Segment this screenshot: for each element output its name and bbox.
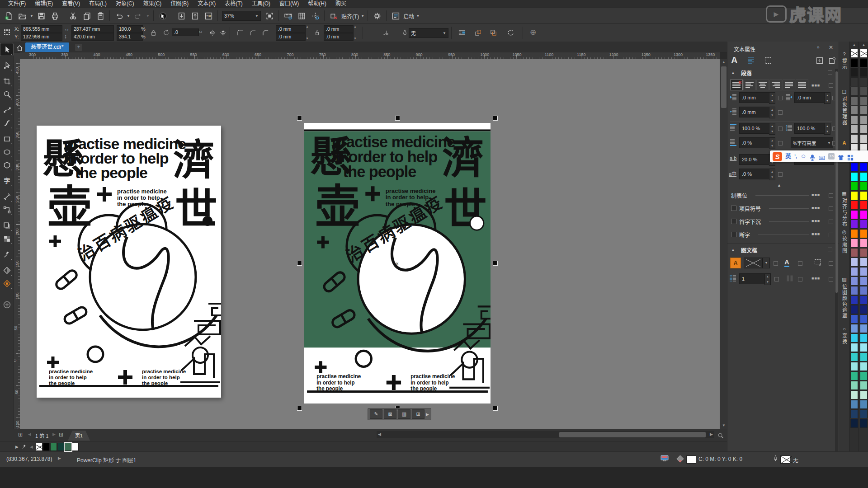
pan-zoom-button[interactable] <box>714 429 727 442</box>
connector-tool[interactable] <box>0 204 13 216</box>
document-tab[interactable]: 悬壶济世.cdr* <box>25 42 69 52</box>
docker-tab-5[interactable]: ▨位图颜色遮罩 <box>839 277 849 319</box>
frame-section-icon[interactable] <box>764 57 772 64</box>
options-gear-icon[interactable] <box>370 10 384 22</box>
extract-contents-button[interactable]: ▥ <box>398 409 410 419</box>
corner-radius-tr-field[interactable]: .0 mm <box>324 25 354 33</box>
spinner[interactable]: ▲▼ <box>769 169 775 180</box>
lock-ratio-button[interactable] <box>148 28 158 38</box>
spinner[interactable]: ▲▼ <box>824 92 830 104</box>
fit-page-icon[interactable] <box>263 10 276 22</box>
undo-icon[interactable] <box>112 10 126 22</box>
color-swatch[interactable] <box>860 362 868 371</box>
color-swatch[interactable] <box>860 182 868 191</box>
horizontal-ruler[interactable]: 3003504004505005506006507007508008509009… <box>20 52 720 60</box>
color-swatch[interactable] <box>850 77 858 86</box>
color-swatch[interactable] <box>860 163 868 172</box>
palette-expand-arrow[interactable]: ▶ <box>15 445 19 449</box>
section-collapse-arrow[interactable]: ▲ <box>777 183 781 188</box>
frame-fill-none-select[interactable] <box>744 258 763 268</box>
welcome-home-icon[interactable] <box>14 43 24 53</box>
option-box[interactable] <box>829 261 833 266</box>
color-eyedropper-tool[interactable] <box>0 249 13 261</box>
dropcap-checkbox[interactable] <box>731 219 736 224</box>
to-front-button[interactable] <box>473 28 483 38</box>
spacing-unit-select[interactable]: %字符高度▼ <box>791 137 833 148</box>
color-swatch[interactable] <box>850 400 858 409</box>
paste-icon[interactable] <box>94 10 107 22</box>
color-swatch[interactable] <box>850 229 858 238</box>
color-swatch[interactable] <box>860 409 868 418</box>
print-icon[interactable] <box>48 10 61 22</box>
no-color-swatch[interactable] <box>850 49 858 58</box>
character-section-icon[interactable]: A <box>731 55 737 66</box>
color-swatch[interactable] <box>850 125 858 134</box>
char-spacing-field[interactable]: 20.0 % <box>739 154 772 165</box>
color-swatch[interactable] <box>850 409 858 418</box>
sogou-logo-icon[interactable]: S <box>773 152 782 161</box>
color-swatch[interactable] <box>850 191 858 200</box>
menu-item-4[interactable]: 布局(L) <box>85 0 111 8</box>
no-color-swatch[interactable] <box>36 443 42 451</box>
ime-language-toggle[interactable]: 英 <box>785 150 791 162</box>
spinner[interactable]: ▲▼ <box>769 137 775 149</box>
corner-chamfer-button[interactable] <box>260 28 270 38</box>
import-properties-icon[interactable] <box>816 57 823 64</box>
add-page-icon[interactable]: ⊞ <box>59 432 63 438</box>
color-swatch[interactable] <box>850 201 858 210</box>
spinner[interactable]: ▲▼ <box>769 107 775 118</box>
docker-scrollbar[interactable] <box>835 69 838 451</box>
color-swatch[interactable] <box>850 239 858 248</box>
color-swatch[interactable] <box>850 277 858 286</box>
save-icon[interactable] <box>34 10 48 22</box>
color-swatch[interactable] <box>860 314 868 324</box>
menu-item-13[interactable]: 购买 <box>331 0 351 8</box>
ime-skin-badge[interactable]: 16 <box>828 153 835 160</box>
docker-tab-3[interactable]: ▦对齐与分布 <box>839 191 849 227</box>
zoom-level-select[interactable]: 37%▼ <box>222 11 261 21</box>
color-swatch[interactable] <box>860 419 868 428</box>
menu-item-12[interactable]: 帮助(H) <box>303 0 331 8</box>
selection-handle[interactable] <box>493 261 497 265</box>
fill-color-swatch[interactable] <box>686 455 696 464</box>
page-tab[interactable]: 页1 <box>68 431 90 441</box>
color-swatch[interactable] <box>850 115 858 124</box>
outline-color-swatch[interactable] <box>780 455 790 464</box>
pdf-icon[interactable]: PDF <box>202 10 215 22</box>
color-swatch[interactable] <box>860 68 868 77</box>
ellipse-tool[interactable] <box>0 146 13 158</box>
polygon-tool[interactable] <box>0 159 13 171</box>
ime-keyboard-icon[interactable] <box>819 152 825 161</box>
align-right-button[interactable] <box>769 80 782 90</box>
mirror-horizontal-button[interactable] <box>207 28 217 38</box>
option-box[interactable] <box>778 172 783 177</box>
redo-disabled-icon[interactable] <box>131 10 145 22</box>
dropdown-arrow[interactable]: ▼ <box>360 14 365 18</box>
poster-white-version[interactable]: 懸壶濟世practise medicinein order to helpthe… <box>37 126 221 398</box>
text-tool[interactable]: 字 <box>0 175 13 187</box>
dropdown-arrow[interactable]: ▼ <box>126 14 131 18</box>
drop-shadow-tool[interactable] <box>0 220 13 232</box>
color-swatch[interactable] <box>850 68 858 77</box>
corner-spinner[interactable]: ▲▼ <box>353 25 358 40</box>
livesketch-icon[interactable] <box>156 10 170 22</box>
color-swatch[interactable] <box>860 220 868 229</box>
hyphenation-more-button[interactable]: ■■■ <box>811 232 820 236</box>
export-icon[interactable] <box>188 10 202 22</box>
color-swatch[interactable] <box>850 58 858 67</box>
document-color-swatch[interactable] <box>72 443 79 451</box>
color-swatch[interactable] <box>850 134 858 143</box>
palette-eyedropper-icon[interactable] <box>21 444 27 450</box>
menu-item-2[interactable]: 编辑(E) <box>30 0 57 8</box>
color-swatch[interactable] <box>850 305 858 314</box>
launch-icon[interactable] <box>389 10 402 22</box>
corner-spinner[interactable]: ▲▼ <box>305 25 310 40</box>
color-swatch[interactable] <box>860 381 868 390</box>
selection-handle[interactable] <box>297 261 302 265</box>
spinner[interactable]: ▲▼ <box>824 123 830 135</box>
color-swatch[interactable] <box>860 77 868 86</box>
lock-contents-button[interactable]: ⊞ <box>412 409 425 419</box>
option-box[interactable] <box>829 277 833 282</box>
hyphenation-checkbox[interactable] <box>731 232 736 237</box>
frame-pin-box[interactable] <box>828 248 832 252</box>
